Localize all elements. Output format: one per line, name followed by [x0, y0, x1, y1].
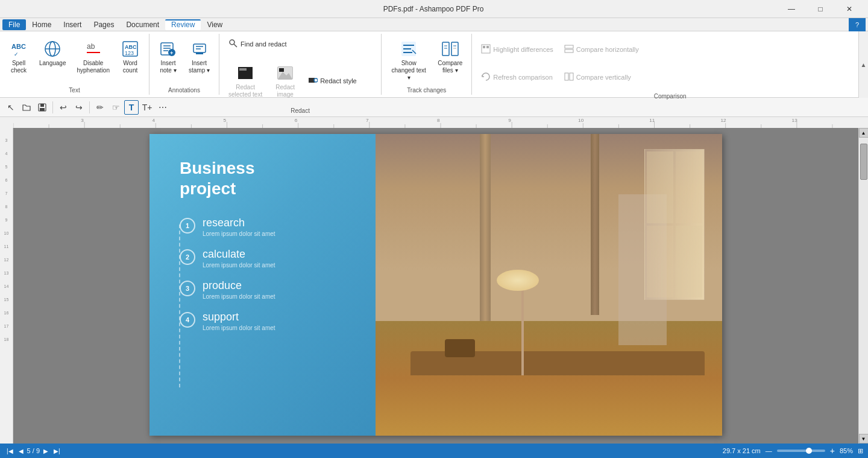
svg-rect-42 [483, 46, 485, 48]
redact-style-button[interactable]: Redact style [304, 73, 376, 89]
spell-check-button[interactable]: ABC ✓ Spellcheck [5, 36, 33, 77]
pdf-right-panel [376, 134, 722, 436]
more-tools-button[interactable]: ⋯ [156, 100, 170, 115]
ribbon-group-redact: Find and redact Redactselected text [219, 34, 382, 95]
list-item-heading: research [203, 217, 275, 229]
status-right: 29.7 x 21 cm — + 85% ⊞ [723, 446, 863, 456]
menu-item-home[interactable]: Home [26, 19, 57, 30]
word-count-button[interactable]: ABC 123 Wordcount [116, 36, 144, 77]
show-changed-text-button[interactable]: Showchanged text ▾ [386, 36, 431, 84]
first-page-button[interactable]: |◀ [5, 447, 15, 455]
language-icon [43, 39, 62, 59]
scrollbar-track[interactable] [859, 138, 868, 434]
highlight-differences-icon [481, 44, 491, 55]
minimize-button[interactable]: — [778, 0, 805, 18]
disable-hyphenation-icon: ab [84, 39, 103, 59]
redact-selected-text-label: Redactselected text [228, 84, 262, 98]
redact-selected-text-button[interactable]: Redactselected text [224, 60, 266, 101]
pdf-left-content: Businessproject 1 research Lo [149, 134, 376, 436]
list-item-text: support Lorem ipsum dolor sit amet [203, 311, 275, 331]
pdf-page: Businessproject 1 research Lo [149, 134, 722, 436]
svg-rect-44 [565, 45, 573, 48]
ruler-tick: 4 [5, 144, 8, 157]
ruler-tick: 14 [4, 276, 9, 290]
svg-point-20 [230, 40, 234, 45]
document-area[interactable]: Businessproject 1 research Lo [13, 128, 858, 444]
next-page-button[interactable]: ▶ [42, 447, 50, 455]
status-bar: |◀ ◀ 5 / 9 ▶ ▶| 29.7 x 21 cm — + 85% ⊞ [0, 444, 868, 458]
maximize-button[interactable]: □ [807, 0, 834, 18]
ruler-tick: 18 [4, 329, 9, 343]
svg-text:8: 8 [437, 118, 440, 123]
show-changed-text-label: Showchanged text ▾ [391, 60, 427, 81]
list-item-heading: calculate [203, 248, 275, 261]
window-title: PDFs.pdf - Ashampoo PDF Pro [89, 5, 778, 13]
find-and-redact-button[interactable]: Find and redact [224, 36, 297, 52]
disable-hyphenation-button[interactable]: ab Disablehyphenation [73, 36, 115, 77]
undo-button[interactable]: ↩ [56, 100, 71, 115]
track-changes-group-label: Track changes [386, 86, 467, 95]
ruler-tick: 16 [4, 303, 9, 316]
scroll-up-button[interactable]: ▲ [859, 128, 869, 138]
close-button[interactable]: ✕ [835, 0, 863, 18]
zoom-in-button[interactable]: + [830, 446, 835, 456]
redo-button[interactable]: ↪ [72, 100, 86, 115]
save-button[interactable] [35, 100, 49, 115]
ruler-tick: 11 [4, 237, 9, 250]
menu-item-insert[interactable]: Insert [57, 19, 87, 30]
fit-page-button[interactable]: ⊞ [858, 447, 863, 455]
scrollbar-thumb[interactable] [860, 144, 867, 180]
menu-bar: File Home Insert Pages Document Review V… [0, 18, 868, 31]
list-item-text: research Lorem ipsum dolor sit amet [203, 217, 275, 237]
list-item-number: 2 [180, 249, 195, 265]
insert-note-label: Insertnote ▾ [160, 60, 176, 74]
prev-page-button[interactable]: ◀ [17, 447, 25, 455]
insert-note-button[interactable]: + Insertnote ▾ [154, 36, 182, 77]
svg-rect-50 [40, 108, 45, 111]
zoom-slider[interactable] [777, 450, 825, 452]
ruler-tick: 7 [5, 183, 8, 197]
list-item: 2 calculate Lorem ipsum dolor sit amet [180, 248, 357, 269]
text-tool-button[interactable]: T [124, 100, 139, 115]
page-navigation: |◀ ◀ 5 / 9 ▶ ▶| [5, 447, 62, 455]
text-group-label: Text [5, 86, 144, 95]
list-item-number: 1 [180, 218, 195, 234]
text-plus-button[interactable]: T+ [140, 100, 154, 115]
ribbon-collapse-button[interactable]: ▲ [858, 31, 868, 98]
scroll-down-button[interactable]: ▼ [859, 434, 869, 444]
compare-horizontally-label: Compare horizontally [576, 46, 639, 53]
language-button[interactable]: Language [35, 36, 71, 70]
highlight-differences-button[interactable]: Highlight differences [477, 42, 557, 57]
list-item: 4 support Lorem ipsum dolor sit amet [180, 311, 357, 331]
svg-rect-49 [40, 104, 44, 107]
zoom-out-button[interactable]: — [766, 447, 772, 454]
ruler-tick: 12 [4, 250, 9, 263]
menu-item-pages[interactable]: Pages [87, 19, 120, 30]
pencil-tool-button[interactable]: ✏ [93, 100, 107, 115]
scrollbar-right[interactable]: ▲ ▼ [858, 128, 868, 444]
compare-vertically-button[interactable]: Compare vertically [560, 69, 643, 85]
hand-tool-button[interactable]: ☞ [108, 100, 123, 115]
menu-item-review[interactable]: Review [165, 19, 201, 30]
ruler-tick: 17 [4, 316, 9, 329]
compare-files-button[interactable]: Comparefiles ▾ [433, 36, 467, 77]
select-tool-button[interactable]: ↖ [4, 100, 18, 115]
spell-check-icon: ABC ✓ [9, 39, 28, 59]
menu-item-document[interactable]: Document [120, 19, 165, 30]
last-page-button[interactable]: ▶| [52, 447, 62, 455]
refresh-comparison-button[interactable]: Refresh comparison [477, 69, 557, 85]
compare-files-label: Comparefiles ▾ [438, 60, 462, 74]
ribbon-group-track-changes: Showchanged text ▾ Comparefiles ▾ [382, 34, 472, 95]
menu-item-file[interactable]: File [2, 19, 26, 30]
svg-text:10: 10 [578, 118, 583, 123]
redact-image-button[interactable]: Redactimage [269, 60, 301, 101]
compare-horizontally-button[interactable]: Compare horizontally [560, 42, 643, 57]
help-button[interactable]: ? [849, 18, 866, 31]
open-file-button[interactable] [19, 100, 34, 115]
zoom-thumb [806, 448, 812, 454]
svg-rect-17 [196, 52, 203, 54]
svg-text:ABC: ABC [125, 44, 137, 50]
insert-stamp-button[interactable]: Insertstamp ▾ [184, 36, 214, 77]
menu-item-view[interactable]: View [201, 19, 228, 30]
pdf-list: 1 research Lorem ipsum dolor sit amet 2 [180, 217, 357, 331]
